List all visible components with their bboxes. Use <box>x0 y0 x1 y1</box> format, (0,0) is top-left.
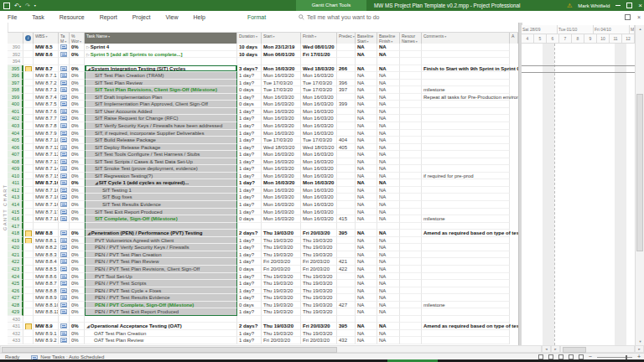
cell-duration[interactable]: 1 day? <box>237 209 262 216</box>
row-number[interactable]: 430 <box>8 316 23 323</box>
cell-duration[interactable]: 0 days <box>237 302 262 309</box>
cell-comments[interactable] <box>422 144 510 152</box>
row-number[interactable]: 406 <box>8 144 23 152</box>
cell-task-name[interactable]: PEN / PVT Complete, Sign-Off (Milestone) <box>85 302 237 309</box>
cell-comments[interactable] <box>422 101 510 108</box>
row-number[interactable]: 408 <box>8 158 23 166</box>
cell-percent-work[interactable]: 0% <box>70 187 85 194</box>
note-indicator-icon[interactable] <box>25 323 32 330</box>
indicator-cell[interactable] <box>23 94 34 101</box>
cell-task-name[interactable]: PEN / PVT Test Plan Review <box>85 258 237 266</box>
cell-start[interactable]: Mon 16/03/20 <box>262 209 301 216</box>
indicator-cell[interactable] <box>23 251 34 259</box>
cell-start[interactable]: Mon 16/03/20 <box>262 179 301 187</box>
cell-baseline-finish[interactable]: NA <box>377 101 400 108</box>
cell-comments[interactable] <box>422 115 510 122</box>
cell-wbs[interactable]: MW 8.7.8 <box>34 122 59 130</box>
cell-wbs[interactable]: MW 8.8.2 <box>34 244 59 251</box>
cell-start[interactable]: Mon 16/03/20 <box>262 94 301 101</box>
cell-wbs[interactable]: MW 8.7.14 <box>34 165 59 173</box>
task-mode-icon[interactable] <box>60 238 67 243</box>
cell-start[interactable]: Mon 16/03/20 <box>262 108 301 116</box>
cell-predecessors[interactable] <box>337 330 356 338</box>
cell-task-name[interactable]: SIT Verify Security Keys / Firewalls hav… <box>85 122 237 130</box>
cell-add-new-column[interactable] <box>510 94 518 101</box>
cell-task-mode[interactable] <box>59 302 70 309</box>
cell-task-mode[interactable] <box>59 323 70 330</box>
column-header-pct[interactable]: %Wor▾ <box>70 33 85 44</box>
cell-start[interactable]: Thu 19/03/20 <box>262 294 301 302</box>
scroll-up-icon[interactable]: ▲ <box>636 25 644 33</box>
cell-task-name[interactable]: ▷Sprint 4 <box>85 44 237 51</box>
cell-baseline-finish[interactable] <box>377 58 400 65</box>
cell-percent-work[interactable]: 0% <box>70 130 85 137</box>
cell-predecessors[interactable]: 266 <box>337 65 356 73</box>
table-hscrollbar[interactable] <box>0 345 542 353</box>
scroll-down-icon[interactable]: ▼ <box>636 338 644 345</box>
cell-baseline-start[interactable]: NA <box>356 130 377 137</box>
restore-button[interactable] <box>626 3 632 8</box>
tab-project[interactable]: Project <box>125 14 158 20</box>
cell-start[interactable]: Thu 19/03/20 <box>262 230 301 237</box>
cell-wbs[interactable]: MW 8.8.5 <box>34 266 59 273</box>
cell-baseline-finish[interactable]: NA <box>377 266 400 273</box>
cell-predecessors[interactable]: 421 <box>337 258 356 266</box>
indicator-cell[interactable] <box>23 130 34 137</box>
cell-wbs[interactable]: MW 8.8.7 <box>34 280 59 287</box>
cell-baseline-finish[interactable]: NA <box>377 273 400 281</box>
cell-finish[interactable]: Mon 16/03/20 <box>301 72 337 80</box>
cell-finish[interactable] <box>301 58 337 65</box>
cell-finish[interactable]: Fri 20/03/20 <box>301 266 337 273</box>
cell-comments[interactable] <box>422 165 510 173</box>
cell-comments[interactable]: milestone <box>422 86 510 94</box>
cell-resource-names[interactable] <box>400 173 422 180</box>
cell-baseline-start[interactable]: NA <box>356 94 377 101</box>
cell-resource-names[interactable] <box>400 251 422 259</box>
indicator-cell[interactable] <box>23 201 34 209</box>
cell-baseline-finish[interactable]: NA <box>377 173 400 180</box>
cell-resource-names[interactable] <box>400 223 422 230</box>
cell-finish[interactable]: Mon 16/03/20 <box>301 215 337 223</box>
task-mode-icon[interactable] <box>60 166 67 171</box>
cell-baseline-start[interactable]: NA <box>356 251 377 259</box>
cell-start[interactable]: Thu 19/03/20 <box>262 308 301 316</box>
indicator-cell[interactable] <box>23 273 34 281</box>
cell-resource-names[interactable] <box>400 187 422 194</box>
cell-add-new-column[interactable] <box>510 65 518 73</box>
cell-start[interactable]: Mon 16/03/20 <box>262 151 301 158</box>
indicator-cell[interactable] <box>23 280 34 287</box>
cell-resource-names[interactable] <box>400 237 422 245</box>
collapse-icon[interactable]: ◢ <box>87 230 91 236</box>
cell-resource-names[interactable] <box>400 115 422 122</box>
cell-comments[interactable]: Amend as required based on type of testi… <box>422 230 510 237</box>
indicator-cell[interactable] <box>23 194 34 201</box>
cell-percent-work[interactable] <box>70 223 85 230</box>
row-number[interactable]: 420 <box>8 244 23 251</box>
cell-start[interactable]: Fri 20/03/20 <box>262 337 301 344</box>
cell-finish[interactable]: Tue 17/03/20 <box>301 80 337 87</box>
chart-scroll-right-icon[interactable]: ► <box>635 345 644 353</box>
cell-resource-names[interactable] <box>400 165 422 173</box>
cell-start[interactable]: Mon 16/03/20 <box>262 115 301 122</box>
cell-task-mode[interactable] <box>59 173 70 180</box>
cell-baseline-start[interactable]: NA <box>356 244 377 251</box>
close-button[interactable]: × <box>638 0 642 11</box>
cell-baseline-start[interactable]: NA <box>356 187 377 194</box>
cell-percent-work[interactable]: 0% <box>70 266 85 273</box>
cell-resource-names[interactable] <box>400 80 422 87</box>
filter-arrow-icon[interactable]: ▾ <box>444 34 446 39</box>
cell-wbs[interactable]: MW 8.7 <box>34 65 59 73</box>
filter-arrow-icon[interactable]: ▾ <box>353 34 355 39</box>
cell-percent-work[interactable]: 0% <box>70 287 85 295</box>
cell-start[interactable]: Mon 16/03/20 <box>262 130 301 137</box>
task-mode-icon[interactable] <box>60 159 67 164</box>
cell-predecessors[interactable]: 395 <box>337 323 356 330</box>
cell-resource-names[interactable] <box>400 302 422 309</box>
cell-duration[interactable]: 2 days? <box>237 323 262 330</box>
cell-duration[interactable]: 1 day? <box>237 201 262 209</box>
table-hscrollbar-thumb[interactable] <box>2 347 337 353</box>
cell-percent-work[interactable]: 0% <box>70 72 85 80</box>
cell-task-mode[interactable] <box>59 94 70 101</box>
task-mode-icon[interactable] <box>60 145 67 150</box>
cell-duration[interactable]: 1 day? <box>237 179 262 187</box>
